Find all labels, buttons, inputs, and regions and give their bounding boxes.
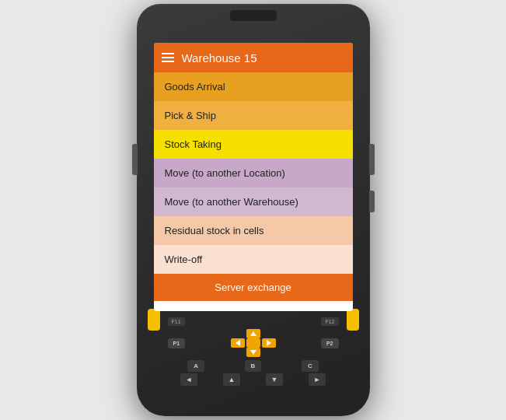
f12-key[interactable]: F12 bbox=[321, 317, 338, 326]
fn-row: F11 F12 bbox=[168, 317, 339, 326]
key-arrow-right[interactable]: ► bbox=[309, 373, 326, 386]
app-header: Warehouse 15 bbox=[154, 43, 353, 72]
menu-item-move-warehouse[interactable]: Move (to another Warehouse) bbox=[154, 187, 353, 216]
dpad-right[interactable] bbox=[262, 338, 276, 348]
key-b[interactable]: B bbox=[245, 360, 262, 372]
p-row: P1 bbox=[168, 329, 339, 357]
abc-row: ABC bbox=[168, 360, 339, 372]
app-title: Warehouse 15 bbox=[182, 51, 257, 65]
key-arrow-down[interactable]: ▼ bbox=[266, 373, 283, 386]
menu-list: Goods ArrivalPick & ShipStock TakingMove… bbox=[154, 72, 353, 274]
server-exchange-button[interactable]: Server exchange bbox=[154, 274, 353, 301]
dpad-up[interactable] bbox=[246, 329, 260, 338]
hamburger-icon[interactable] bbox=[162, 53, 174, 62]
menu-item-pick-ship[interactable]: Pick & Ship bbox=[154, 101, 353, 130]
side-button-right-1[interactable] bbox=[369, 144, 375, 175]
key-a[interactable]: A bbox=[187, 360, 204, 372]
mobile-device: Warehouse 15 Goods ArrivalPick & ShipSto… bbox=[137, 4, 370, 416]
menu-item-stock-taking[interactable]: Stock Taking bbox=[154, 130, 353, 159]
menu-item-goods-arrival[interactable]: Goods Arrival bbox=[154, 72, 353, 101]
dpad-down[interactable] bbox=[246, 348, 260, 357]
arrow-row: ◄▲▼► bbox=[168, 373, 339, 386]
menu-item-write-off[interactable]: Write-off bbox=[154, 245, 353, 274]
scanner-bump bbox=[230, 10, 277, 21]
f11-key[interactable]: F11 bbox=[168, 317, 185, 326]
dpad-center[interactable] bbox=[246, 338, 260, 348]
menu-item-move-location[interactable]: Move (to another Location) bbox=[154, 159, 353, 187]
bottom-hardware: F11 F12 P1 bbox=[137, 311, 370, 416]
p1-key[interactable]: P1 bbox=[168, 338, 186, 348]
device-body: Warehouse 15 Goods ArrivalPick & ShipSto… bbox=[137, 4, 370, 416]
key-arrow-up[interactable]: ▲ bbox=[223, 373, 240, 386]
screen: Warehouse 15 Goods ArrivalPick & ShipSto… bbox=[154, 43, 353, 311]
key-c[interactable]: C bbox=[302, 360, 319, 372]
side-button-left[interactable] bbox=[132, 144, 138, 175]
dpad-left[interactable] bbox=[231, 338, 245, 348]
side-button-right-2[interactable] bbox=[369, 191, 375, 212]
menu-item-residual-stock[interactable]: Residual stock in cells bbox=[154, 216, 353, 245]
key-arrow-left[interactable]: ◄ bbox=[180, 373, 197, 386]
dpad bbox=[231, 329, 276, 357]
p2-key[interactable]: P2 bbox=[321, 338, 339, 348]
